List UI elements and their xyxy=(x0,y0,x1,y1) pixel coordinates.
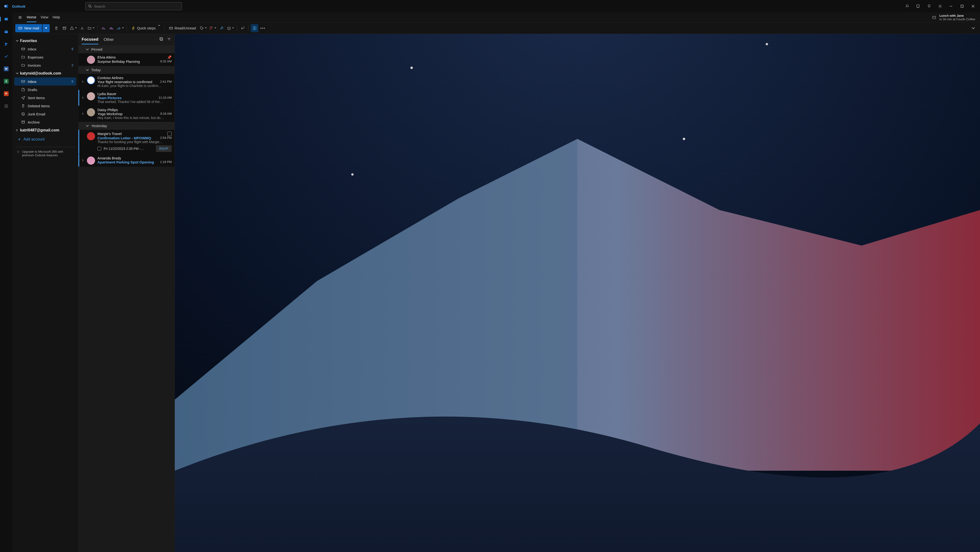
rail-word-icon[interactable]: W xyxy=(3,65,10,72)
favorites-header[interactable]: Favorites xyxy=(14,37,76,45)
svg-rect-36 xyxy=(253,27,254,30)
ribbon-tab-help[interactable]: Help xyxy=(52,13,60,22)
reply-button[interactable] xyxy=(100,24,107,32)
mail-subject: Surprise Birthday Planning xyxy=(97,59,140,64)
mail-item[interactable]: Daisy PhilipsYoga Workshop9:16 AMHey Kat… xyxy=(78,106,175,122)
chevron-right-icon xyxy=(82,159,84,161)
tips-icon[interactable] xyxy=(924,0,935,13)
folder-sent-items[interactable]: Sent Items xyxy=(14,94,76,102)
mail-time: 8:32 AM xyxy=(160,59,172,64)
rail-todo-icon[interactable] xyxy=(3,53,10,60)
tab-focused[interactable]: Focused xyxy=(82,35,99,45)
upgrade-link[interactable]: Upgrade to Microsoft 365 with premium Ou… xyxy=(14,147,76,160)
mail-item[interactable]: Amanda BradyApartment Parking Spot Openi… xyxy=(78,154,175,167)
mail-item[interactable]: Contoso AirlinesYour flight reservation … xyxy=(78,74,175,90)
add-account-button[interactable]: Add account xyxy=(14,134,76,144)
undo-button[interactable] xyxy=(239,24,247,32)
ribbon: HomeViewHelp Lunch with Jane in 30 min a… xyxy=(13,13,980,22)
rsvp-date: Fri 11/22/2023 2:35 PM -… xyxy=(103,147,154,150)
folder-junk-email[interactable]: Junk Email xyxy=(14,110,76,118)
rsvp-button[interactable]: RSVP xyxy=(156,145,172,152)
chevron-down-icon xyxy=(86,48,89,51)
svg-rect-49 xyxy=(160,38,162,40)
categorize-button[interactable] xyxy=(199,24,208,32)
pin-button[interactable] xyxy=(218,24,226,32)
folder-deleted-items[interactable]: Deleted Items xyxy=(14,102,76,110)
account-header[interactable]: katyreid@outlook.com xyxy=(14,69,76,77)
reply-all-button[interactable] xyxy=(108,24,115,32)
archive-button[interactable] xyxy=(60,24,68,32)
mail-preview: Hey Katri, I know this is last minute, b… xyxy=(97,116,172,120)
rail-people-icon[interactable] xyxy=(3,41,10,47)
chevron-right-icon xyxy=(82,97,84,99)
tab-other[interactable]: Other xyxy=(103,35,114,44)
rail-excel-icon[interactable]: X xyxy=(3,78,10,85)
mail-item[interactable]: Lydia BauerTeam Pictures11:10 AMThat wor… xyxy=(78,90,175,106)
svg-rect-37 xyxy=(255,27,256,30)
close-button[interactable] xyxy=(967,0,978,13)
calendar-icon xyxy=(167,132,172,136)
outlook-logo-icon xyxy=(2,4,11,8)
svg-line-4 xyxy=(91,7,91,8)
notifications-icon[interactable] xyxy=(902,0,913,13)
avatar xyxy=(87,132,95,140)
expand-icon[interactable] xyxy=(82,158,84,163)
settings-icon[interactable] xyxy=(935,0,946,13)
folder-archive[interactable]: Archive xyxy=(14,118,76,126)
chevron-down-icon xyxy=(16,40,19,42)
search-box[interactable] xyxy=(85,2,182,10)
calendar-reminder[interactable]: Lunch with Jane in 30 min at Fourth Coff… xyxy=(931,14,975,21)
move-to-button[interactable] xyxy=(86,24,95,32)
folder-inbox[interactable]: Inbox9 xyxy=(14,45,76,53)
folder-expenses[interactable]: Expenses xyxy=(14,53,76,61)
my-day-icon[interactable] xyxy=(913,0,924,13)
minimize-button[interactable] xyxy=(946,0,956,13)
group-header-pinned[interactable]: Pinned xyxy=(78,45,175,53)
folder-drafts[interactable]: Drafts xyxy=(14,86,76,94)
snooze-button[interactable] xyxy=(226,24,235,32)
diamond-icon xyxy=(17,150,19,154)
svg-rect-41 xyxy=(21,48,25,50)
svg-rect-29 xyxy=(933,16,935,19)
delete-button[interactable] xyxy=(52,24,60,32)
mail-subject: Confirmation Letter - MPOWMQ xyxy=(97,136,151,140)
more-button[interactable] xyxy=(259,24,266,32)
svg-rect-11 xyxy=(5,18,8,21)
mail-time: 2:54 PM xyxy=(160,136,172,140)
rail-powerpoint-icon[interactable]: P xyxy=(3,90,10,97)
folder-inbox[interactable]: Inbox9 xyxy=(14,77,76,86)
ribbon-tab-home[interactable]: Home xyxy=(27,13,36,22)
folder-invoices[interactable]: Invoices2 xyxy=(14,61,76,69)
expand-icon[interactable] xyxy=(82,112,84,116)
select-messages-icon[interactable] xyxy=(159,37,164,42)
expand-icon[interactable] xyxy=(82,96,84,100)
mail-item[interactable]: Margie's TravelConfirmation Letter - MPO… xyxy=(78,130,175,154)
rail-calendar-icon[interactable] xyxy=(3,28,10,35)
group-header-today[interactable]: Today xyxy=(78,66,175,74)
mail-subject: Apartment Parking Spot Opening xyxy=(97,160,154,164)
report-button[interactable] xyxy=(69,24,78,32)
envelope-icon xyxy=(169,26,173,30)
expand-icon[interactable] xyxy=(82,80,84,84)
ribbon-collapse-button[interactable] xyxy=(969,24,977,32)
svg-point-38 xyxy=(261,28,261,29)
mail-item[interactable]: Elvia Atkins📌Surprise Birthday Planning8… xyxy=(78,53,175,66)
ribbon-tab-view[interactable]: View xyxy=(41,13,48,22)
group-header-yesterday[interactable]: Yesterday xyxy=(78,122,175,130)
sweep-button[interactable] xyxy=(78,24,86,32)
nav-toggle-icon[interactable] xyxy=(16,15,24,19)
new-mail-button[interactable]: New mail xyxy=(15,24,42,32)
flag-button[interactable] xyxy=(208,24,217,32)
filter-icon[interactable] xyxy=(167,37,171,42)
rail-more-apps-icon[interactable] xyxy=(3,103,10,109)
quick-steps-button[interactable]: Quick steps xyxy=(129,24,162,32)
calendar-small-icon xyxy=(97,147,101,150)
layout-button[interactable] xyxy=(251,24,258,32)
maximize-button[interactable] xyxy=(956,0,967,13)
rail-mail-icon[interactable] xyxy=(3,16,10,22)
search-input[interactable] xyxy=(94,4,179,8)
forward-button[interactable] xyxy=(116,24,125,32)
read-unread-button[interactable]: Read/Unread xyxy=(166,24,198,32)
account-header[interactable]: katri0487@gmail.com xyxy=(14,126,76,134)
new-mail-dropdown[interactable] xyxy=(43,24,50,32)
